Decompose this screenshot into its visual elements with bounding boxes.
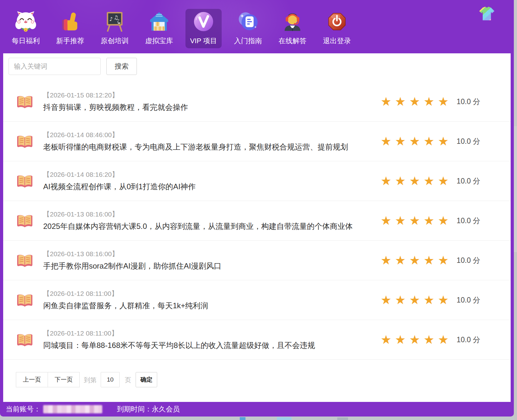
nav-item-original-training[interactable]: ♪ ♫ ♪ 原创培训 xyxy=(97,9,133,48)
expiry-label: 到期时间： xyxy=(117,404,152,414)
list-item[interactable]: 【2026-01-13 08:16:00】 手把手教你用sora2制作AI漫剧，… xyxy=(3,241,511,280)
star-rating: ★★★★★ xyxy=(381,334,452,346)
item-score: 10.0 分 xyxy=(457,176,480,186)
list-item[interactable]: 【2026-01-15 08:12:20】 抖音剪辑课，剪映视频教程，看完就会操… xyxy=(3,82,511,122)
item-title: 老板听得懂的电商财税课，专为电商及上下游老板量身打造，聚焦财税合规运营、提前规划 xyxy=(43,142,348,152)
nav-item-daily-benefits[interactable]: 每日福利 xyxy=(8,9,44,48)
goto-page-suffix: 页 xyxy=(125,376,131,384)
support-agent-icon xyxy=(281,9,304,34)
warehouse-icon xyxy=(148,9,170,34)
item-title: 抖音剪辑课，剪映视频教程，看完就会操作 xyxy=(43,102,188,112)
item-title: 2025年自媒体内容营销大课5.0，从内容到流量，从流量到商业，构建自带流量的个… xyxy=(43,221,353,231)
item-timestamp: 【2026-01-13 08:16:00】 xyxy=(43,250,221,258)
book-icon xyxy=(16,94,34,109)
book-icon xyxy=(16,213,34,228)
star-rating: ★★★★★ xyxy=(381,175,452,187)
current-account-label: 当前账号： xyxy=(6,404,41,414)
nav-item-virtual-treasury[interactable]: 虚拟宝库 xyxy=(141,9,177,48)
item-title: 手把手教你用sora2制作AI漫剧，助你抓住AI漫剧风口 xyxy=(43,261,221,271)
goto-confirm-button[interactable]: 确定 xyxy=(136,372,157,387)
nav-item-vip-projects[interactable]: VIP 项目 xyxy=(185,9,222,48)
nav-label: 退出登录 xyxy=(323,36,351,46)
star-rating: ★★★★★ xyxy=(381,135,452,147)
content-panel: 搜索 【2026-01-15 08:12:20】 抖音剪辑课，剪映视频教程，看完… xyxy=(3,53,511,402)
list-item[interactable]: 【2026-01-13 08:16:00】 2025年自媒体内容营销大课5.0，… xyxy=(3,201,511,241)
search-input[interactable] xyxy=(9,58,101,75)
vip-projects-page: 每日福利 新手推荐 ♪ xyxy=(0,0,517,420)
list-item[interactable]: 【2026-01-12 08:11:00】 同城项目：每单88-168米不等每天… xyxy=(3,320,511,360)
item-score: 10.0 分 xyxy=(457,137,480,146)
book-icon xyxy=(16,332,34,347)
lucky-cat-icon xyxy=(14,9,37,34)
nav-label: 在线解答 xyxy=(279,36,306,46)
blackboard-icon: ♪ ♫ ♪ xyxy=(103,9,126,34)
nav-item-logout[interactable]: 退出登录 xyxy=(319,9,355,48)
item-timestamp: 【2026-01-12 08:11:00】 xyxy=(43,329,315,338)
thumbs-up-icon xyxy=(59,9,81,34)
star-rating: ★★★★★ xyxy=(381,96,452,108)
list-item[interactable]: 【2026-01-14 08:46:00】 老板听得懂的电商财税课，专为电商及上… xyxy=(3,122,511,161)
svg-text:♪: ♪ xyxy=(109,16,113,22)
book-icon xyxy=(16,134,34,149)
list-item[interactable]: 【2026-01-14 08:16:20】 AI视频全流程创作课，从0到1打造你… xyxy=(3,161,511,201)
item-title: AI视频全流程创作课，从0到1打造你的AI神作 xyxy=(43,182,196,192)
item-timestamp: 【2026-01-15 08:12:20】 xyxy=(43,91,188,100)
course-list: 【2026-01-15 08:12:20】 抖音剪辑课，剪映视频教程，看完就会操… xyxy=(3,82,511,360)
nav-item-getting-started[interactable]: 入门指南 xyxy=(230,9,266,48)
account-status-bar: 当前账号： 到期时间： 永久会员 xyxy=(0,402,514,417)
item-timestamp: 【2026-01-14 08:16:20】 xyxy=(43,170,196,179)
prev-page-button[interactable]: 上一页 xyxy=(16,372,48,387)
item-title: 同城项目：每单88-168米不等每天平均8长以上的收入流量超级好做，且不会违规 xyxy=(43,340,315,350)
nav-label: 原创培训 xyxy=(101,36,129,46)
top-navigation: 每日福利 新手推荐 ♪ xyxy=(8,9,355,48)
item-timestamp: 【2026-01-14 08:46:00】 xyxy=(43,130,348,139)
next-page-button[interactable]: 下一页 xyxy=(48,372,80,387)
search-button[interactable]: 搜索 xyxy=(106,58,137,75)
star-rating: ★★★★★ xyxy=(381,215,452,227)
svg-text:♪: ♪ xyxy=(117,18,120,23)
book-icon xyxy=(16,292,34,308)
rainbow-shirt-logo xyxy=(478,6,495,21)
right-screen-edge xyxy=(514,0,517,420)
nav-label: 虚拟宝库 xyxy=(145,36,173,46)
nav-label: 入门指南 xyxy=(234,36,262,46)
power-logout-icon xyxy=(327,9,347,34)
bottom-screen-edge xyxy=(0,417,514,420)
item-title: 闲鱼卖自律监督服务，人群精准，每天1k+纯利润 xyxy=(43,301,208,311)
nav-item-online-support[interactable]: 在线解答 xyxy=(274,9,311,48)
book-icon xyxy=(16,253,34,268)
nav-label: VIP 项目 xyxy=(190,36,217,46)
item-score: 10.0 分 xyxy=(457,216,480,226)
list-item[interactable]: 【2026-01-12 08:11:00】 闲鱼卖自律监督服务，人群精准，每天1… xyxy=(3,280,511,320)
expiry-value: 永久会员 xyxy=(152,404,180,414)
item-score: 10.0 分 xyxy=(457,295,480,305)
star-rating: ★★★★★ xyxy=(381,254,452,266)
item-timestamp: 【2026-01-12 08:11:00】 xyxy=(43,289,208,298)
item-timestamp: 【2026-01-13 08:16:00】 xyxy=(43,210,353,219)
page-number-input[interactable] xyxy=(101,372,120,387)
guide-document-icon xyxy=(236,9,260,34)
item-score: 10.0 分 xyxy=(457,335,480,345)
book-icon xyxy=(16,173,34,189)
account-value-redacted xyxy=(43,405,102,413)
nav-label: 每日福利 xyxy=(12,36,40,46)
item-score: 10.0 分 xyxy=(457,97,480,107)
vip-badge-icon xyxy=(192,9,215,34)
goto-page-prefix: 到第 xyxy=(84,376,97,384)
item-score: 10.0 分 xyxy=(457,256,480,265)
nav-item-newbie-picks[interactable]: 新手推荐 xyxy=(52,9,88,48)
nav-label: 新手推荐 xyxy=(56,36,84,46)
star-rating: ★★★★★ xyxy=(381,294,452,306)
pagination: 上一页 下一页 到第 页 确定 xyxy=(3,372,511,388)
